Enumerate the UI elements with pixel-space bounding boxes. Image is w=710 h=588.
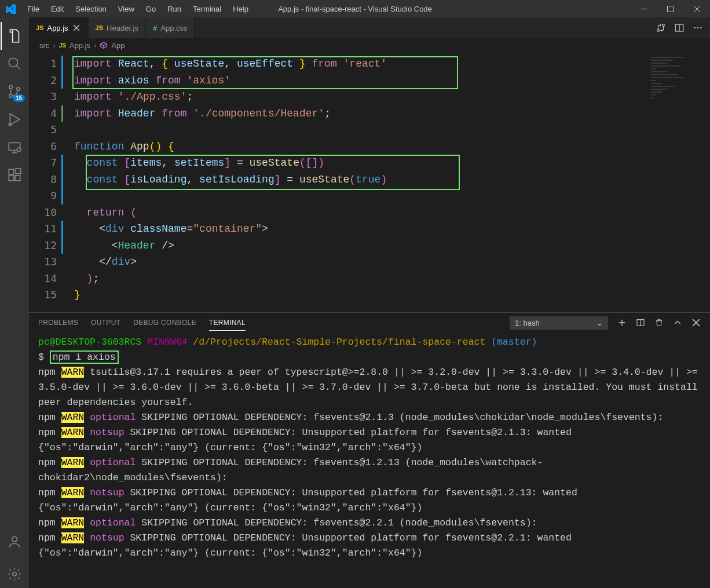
svg-point-15 — [657, 30, 660, 32]
tab-actions — [649, 17, 710, 38]
line-number-gutter: 1 2 3 4 5 6 7 8 9 10 11 12 13 14 15 — [29, 52, 66, 312]
svg-rect-12 — [16, 169, 21, 174]
menu-help[interactable]: Help — [228, 2, 254, 16]
settings-gear-icon[interactable] — [1, 560, 28, 588]
js-file-icon: JS — [59, 42, 66, 49]
panel: PROBLEMS OUTPUT DEBUG CONSOLE TERMINAL 1… — [29, 312, 710, 588]
editor-area: JS App.js JS Header.js # App.css src › J… — [29, 17, 710, 588]
menu-file[interactable]: File — [22, 2, 45, 16]
close-panel-icon[interactable] — [691, 318, 701, 327]
css-file-icon: # — [153, 24, 157, 32]
minimap[interactable] — [646, 52, 710, 312]
vscode-logo-icon — [6, 3, 16, 14]
menu-view[interactable]: View — [113, 2, 140, 16]
svg-point-13 — [12, 536, 17, 542]
panel-tab-output[interactable]: OUTPUT — [91, 315, 120, 330]
js-file-icon: JS — [36, 24, 43, 31]
panel-tab-debug[interactable]: DEBUG CONSOLE — [133, 315, 196, 330]
tab-header-js[interactable]: JS Header.js — [89, 17, 146, 38]
svg-point-19 — [697, 27, 698, 28]
remote-icon[interactable] — [1, 133, 28, 161]
breadcrumb-symbol[interactable]: App — [111, 41, 125, 50]
svg-rect-9 — [9, 169, 14, 174]
svg-point-18 — [694, 27, 696, 28]
menu-go[interactable]: Go — [141, 2, 161, 16]
window-controls — [630, 0, 710, 17]
svg-rect-0 — [641, 9, 647, 9]
code-editor[interactable]: 1 2 3 4 5 6 7 8 9 10 11 12 13 14 15 impo… — [29, 52, 710, 312]
explorer-icon[interactable] — [1, 22, 28, 50]
svg-point-2 — [9, 58, 17, 67]
split-terminal-icon[interactable] — [636, 318, 645, 327]
chevron-right-icon: › — [94, 41, 96, 50]
extensions-icon[interactable] — [1, 161, 28, 189]
maximize-button[interactable] — [657, 0, 683, 17]
kill-terminal-icon[interactable] — [654, 318, 664, 327]
titlebar: File Edit Selection View Go Run Terminal… — [0, 0, 710, 17]
js-file-icon: JS — [96, 24, 103, 31]
code-content[interactable]: import React, { useState, useEffect } fr… — [66, 52, 646, 312]
svg-point-14 — [13, 572, 17, 576]
split-editor-icon[interactable] — [674, 23, 685, 33]
panel-tab-problems[interactable]: PROBLEMS — [38, 315, 78, 330]
close-icon[interactable] — [72, 23, 81, 32]
source-control-icon[interactable]: 15 — [1, 78, 28, 105]
tab-label: Header.js — [107, 24, 138, 32]
terminal-selector[interactable]: 1: bash ⌄ — [510, 316, 608, 330]
tab-label: App.js — [47, 24, 68, 32]
breadcrumb-folder[interactable]: src — [39, 41, 49, 50]
svg-point-3 — [9, 86, 12, 89]
tab-app-js[interactable]: JS App.js — [29, 17, 89, 38]
menu-selection[interactable]: Selection — [70, 2, 111, 16]
svg-point-5 — [17, 87, 20, 90]
menu-bar: File Edit Selection View Go Run Terminal… — [22, 2, 254, 16]
tab-label: App.css — [160, 24, 187, 32]
scm-badge: 15 — [13, 94, 25, 102]
search-icon[interactable] — [1, 50, 28, 78]
svg-rect-10 — [9, 176, 14, 181]
chevron-down-icon: ⌄ — [596, 319, 603, 327]
svg-point-8 — [17, 148, 21, 152]
close-button[interactable] — [683, 0, 710, 17]
panel-tabs: PROBLEMS OUTPUT DEBUG CONSOLE TERMINAL 1… — [29, 313, 710, 333]
more-actions-icon[interactable] — [693, 23, 703, 33]
svg-point-16 — [663, 24, 665, 27]
activity-bar: 15 — [0, 17, 29, 588]
compare-changes-icon[interactable] — [656, 23, 666, 33]
breadcrumb[interactable]: src › JS App.js › App — [29, 38, 710, 52]
menu-edit[interactable]: Edit — [46, 2, 69, 16]
svg-rect-11 — [15, 176, 20, 181]
minimize-button[interactable] — [630, 0, 657, 17]
new-terminal-icon[interactable] — [617, 318, 627, 327]
svg-point-4 — [9, 94, 12, 97]
tab-app-css[interactable]: # App.css — [146, 17, 195, 38]
editor-tabs: JS App.js JS Header.js # App.css — [29, 17, 710, 38]
chevron-right-icon: › — [53, 41, 55, 50]
terminal-output[interactable]: pc@DESKTOP-3603RCS MINGW64 /d/Projects/R… — [29, 333, 710, 588]
run-debug-icon[interactable] — [1, 105, 28, 133]
menu-run[interactable]: Run — [162, 2, 186, 16]
svg-rect-1 — [667, 6, 673, 12]
breadcrumb-file[interactable]: App.js — [69, 41, 90, 50]
accounts-icon[interactable] — [1, 528, 28, 556]
window-title: App.js - final-space-react - Visual Stud… — [278, 5, 432, 13]
maximize-panel-icon[interactable] — [673, 318, 682, 327]
svg-point-20 — [700, 27, 701, 28]
symbol-icon — [100, 41, 108, 49]
menu-terminal[interactable]: Terminal — [188, 2, 226, 16]
highlight-annotation: npm i axios — [50, 350, 119, 364]
panel-tab-terminal[interactable]: TERMINAL — [209, 315, 246, 331]
